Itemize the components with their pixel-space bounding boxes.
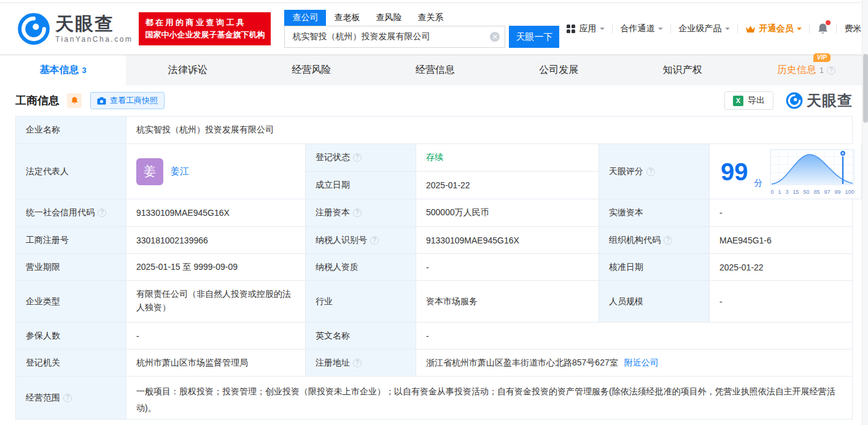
field-paid-capital-label: 实缴资本 <box>599 199 710 227</box>
help-icon[interactable] <box>664 236 672 245</box>
logo-eye-icon <box>786 92 803 109</box>
score-axis-ticks: 0131550859799100 <box>771 189 854 195</box>
field-term-value: 2025-01-15 至 9999-09-09 <box>126 254 306 281</box>
score-unit: 分 <box>754 178 763 189</box>
search-tab-boss[interactable]: 查老板 <box>326 10 368 26</box>
field-term-label: 营业期限 <box>16 254 126 281</box>
company-nav-tabs: 基本信息 3 法律诉讼 经营风险 经营信息 公司发展 知识产权 VIP 历史信息… <box>0 55 868 85</box>
search-input[interactable] <box>284 26 505 48</box>
search-tab-relation[interactable]: 查关系 <box>409 10 451 26</box>
field-authority-label: 登记机关 <box>16 350 126 377</box>
table-row: 营业期限 2025-01-15 至 9999-09-09 纳税人资质 - 核准日… <box>16 254 853 281</box>
search-tab-risk[interactable]: 查风险 <box>368 10 409 26</box>
menu-apps[interactable]: 应用 <box>559 23 612 34</box>
table-row: 参保人数 - 英文名称 - <box>16 323 853 350</box>
export-button[interactable]: X 导出 <box>724 91 773 110</box>
field-taxpayer-qual-label: 纳税人资质 <box>306 254 416 281</box>
menu-open-vip[interactable]: 开通会员 <box>738 23 809 34</box>
logo-eye-icon <box>17 12 50 45</box>
search-area: 查公司 查老板 查风险 查关系 ✕ 天眼一下 <box>284 10 559 48</box>
notification-dot <box>826 20 831 25</box>
section-header: 工商信息 查看工商快照 X 导出 <box>15 85 853 116</box>
legal-rep-link[interactable]: 姜江 <box>171 166 189 177</box>
field-taxpayer-id-value: 91330109MAE945G16X <box>416 227 599 254</box>
tab-legal-proceedings[interactable]: 法律诉讼 <box>126 55 250 85</box>
monitor-bell-button[interactable] <box>67 93 82 108</box>
field-scope-value: 一般项目：股权投资；投资管理；创业投资（限投资未上市企业）；以自有资金从事投资活… <box>126 377 853 419</box>
watermark-text: 天眼查 <box>807 91 853 110</box>
field-scope-label: 经营范围 <box>16 377 126 419</box>
field-address-value: 浙江省杭州市萧山区盈丰街道市心北路857号627室 附近公司 <box>416 350 853 377</box>
table-row: 统一社会信用代码 91330109MAE945G16X 注册资本 500000万… <box>16 199 853 227</box>
snapshot-button[interactable]: 查看工商快照 <box>90 92 165 109</box>
vip-badge: VIP <box>813 53 831 62</box>
apps-grid-icon <box>567 25 575 33</box>
scrollbar-track[interactable] <box>862 0 868 425</box>
tab-operation-risk[interactable]: 经营风险 <box>250 55 374 85</box>
field-taxpayer-qual-value: - <box>416 254 599 281</box>
logo-brand-text: 天眼查 <box>55 15 133 33</box>
field-approval-date-value: 2025-01-22 <box>710 254 853 281</box>
search-button[interactable]: 天眼一下 <box>509 26 559 48</box>
score-distribution-chart: 0131550859799100 <box>769 148 856 195</box>
field-reg-status-value: 存续 <box>416 144 599 172</box>
nearby-companies-link[interactable]: 附近公司 <box>624 358 659 369</box>
field-org-code-value: MAE945G1-6 <box>710 227 853 254</box>
field-taxpayer-id-label: 纳税人识别号 <box>306 227 416 254</box>
help-icon[interactable] <box>370 236 379 245</box>
bell-icon <box>71 96 79 105</box>
table-row: 经营范围 一般项目：股权投资；投资管理；创业投资（限投资未上市企业）；以自有资金… <box>16 377 853 419</box>
help-icon[interactable] <box>353 209 362 217</box>
tab-basic-info[interactable]: 基本信息 3 <box>0 55 126 85</box>
field-score-label: 天眼评分 <box>599 144 710 199</box>
field-insured-label: 参保人数 <box>16 323 126 350</box>
table-row: 企业类型 有限责任公司（非自然人投资或控股的法人独资） 行业 资本市场服务 人员… <box>16 281 853 323</box>
field-reg-number-value: 330181002139966 <box>126 227 306 254</box>
slogan-badge: 都在用的商业查询工具 国家中小企业发展子基金旗下机构 <box>139 12 271 45</box>
field-company-type-label: 企业类型 <box>16 281 126 323</box>
field-paid-capital-value: - <box>710 199 853 227</box>
legal-rep-avatar[interactable]: 姜 <box>136 158 163 185</box>
tab-history-info[interactable]: VIP 历史信息 1 <box>745 55 868 85</box>
chevron-down-icon <box>725 28 730 33</box>
tab-count: 1 <box>820 66 824 75</box>
help-icon[interactable] <box>63 394 72 402</box>
tab-company-development[interactable]: 公司发展 <box>497 55 621 85</box>
clear-input-icon[interactable]: ✕ <box>490 32 500 42</box>
menu-partner-channel[interactable]: 合作通道 <box>613 23 670 34</box>
table-row: 企业名称 杭实智投（杭州）投资发展有限公司 <box>16 117 853 144</box>
field-approval-date-label: 核准日期 <box>599 254 710 281</box>
help-icon[interactable] <box>827 66 835 75</box>
field-reg-number-label: 工商注册号 <box>16 227 126 254</box>
watermark-logo: 天眼查 <box>786 91 853 110</box>
table-row: 法定代表人 姜 姜江 登记状态 存续 成立日期 2025-01-22 <box>16 144 853 199</box>
notification-bell-button[interactable] <box>810 23 836 35</box>
field-legal-rep-label: 法定代表人 <box>16 144 126 199</box>
field-industry-label: 行业 <box>306 281 416 323</box>
logo-domain-text: TianYanCha.com <box>55 35 133 44</box>
field-company-name-label: 企业名称 <box>16 117 126 144</box>
section-title: 工商信息 <box>15 93 60 108</box>
field-reg-status-label: 登记状态 <box>306 144 416 172</box>
excel-icon: X <box>733 96 743 106</box>
help-icon[interactable] <box>353 153 362 162</box>
field-org-code-label: 组织机构代码 <box>599 227 710 254</box>
menu-enterprise-products[interactable]: 企业级产品 <box>671 23 737 34</box>
table-row: 工商注册号 330181002139966 纳税人识别号 91330109MAE… <box>16 227 853 254</box>
main-content: 工商信息 查看工商快照 X 导出 <box>0 85 868 419</box>
tianyancha-logo[interactable]: 天眼查 TianYanCha.com <box>17 12 133 45</box>
search-tabs: 查公司 查老板 查风险 查关系 <box>284 10 559 26</box>
header-menu: 应用 合作通道 企业级产品 开通会员 <box>559 23 868 35</box>
search-tab-company[interactable]: 查公司 <box>284 10 326 26</box>
camera-icon <box>97 97 106 105</box>
field-legal-rep-value: 姜 姜江 <box>126 144 306 199</box>
field-staff-size-label: 人员规模 <box>599 281 710 323</box>
scrollbar-thumb[interactable] <box>863 54 868 123</box>
field-staff-size-value: - <box>710 281 853 323</box>
help-icon[interactable] <box>98 209 106 217</box>
tab-intellectual-property[interactable]: 知识产权 <box>621 55 745 85</box>
field-address-label: 注册地址 <box>306 350 416 377</box>
help-icon[interactable] <box>646 167 655 176</box>
tab-operation-info[interactable]: 经营信息 <box>373 55 497 85</box>
help-icon[interactable] <box>353 359 362 367</box>
